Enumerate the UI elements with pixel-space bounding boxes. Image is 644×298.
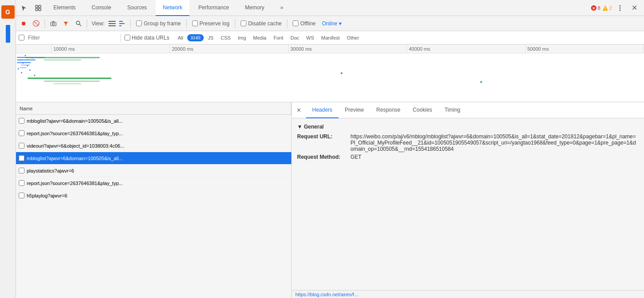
filter-type-all[interactable]: All	[175, 34, 186, 41]
filter-type-font[interactable]: Font	[270, 34, 286, 41]
filter-checkbox-input[interactable]	[19, 35, 24, 40]
tab-memory[interactable]: Memory	[238, 0, 271, 16]
tab-preview[interactable]: Preview	[338, 102, 370, 118]
waterfall-view-icon	[119, 21, 126, 26]
filter-type-xhr[interactable]: XHR	[187, 34, 204, 41]
online-dropdown[interactable]: Online ▾	[319, 20, 344, 27]
more-options-icon-btn[interactable]	[614, 2, 626, 14]
table-row[interactable]: h5playlog?ajwvr=6	[16, 189, 291, 202]
list-view-icon	[109, 21, 116, 26]
filter-type-other[interactable]: Other	[344, 34, 362, 41]
row-check-input-1[interactable]	[19, 130, 24, 136]
tab-bar-right: ✕ 8 ! 2	[591, 2, 644, 14]
filter-type-img[interactable]: Img	[235, 34, 249, 41]
general-section-header: ▼ General	[297, 124, 639, 130]
preserve-log-input[interactable]	[192, 20, 198, 26]
filter-type-media[interactable]: Media	[250, 34, 270, 41]
row-check-input-0[interactable]	[19, 118, 24, 124]
row-checkbox-1[interactable]	[16, 130, 27, 136]
filter-type-doc[interactable]: Doc	[287, 34, 302, 41]
table-row[interactable]: mbloglist?ajwvr=6&domain=100505&is_all..…	[16, 115, 291, 127]
search-btn[interactable]	[72, 18, 84, 29]
filter-btn[interactable]	[60, 18, 72, 29]
divider-3	[130, 19, 131, 28]
table-row[interactable]: mbloglist?ajwvr=6&domain=100505&is_all..…	[16, 152, 291, 165]
group-by-frame-checkbox[interactable]: Group by frame	[133, 20, 183, 27]
status-link[interactable]: https://blog.csdn.net/airen/f...	[295, 292, 358, 297]
tab-sources[interactable]: Sources	[120, 0, 154, 16]
row-checkbox-5[interactable]	[16, 180, 27, 186]
timeline-chart[interactable]	[16, 53, 644, 102]
row-check-input-4[interactable]	[19, 168, 24, 173]
row-check-input-2[interactable]	[19, 143, 24, 149]
row-name-5: report.json?source=2637646381&play_typ..…	[27, 181, 291, 186]
svg-rect-37	[28, 78, 111, 79]
row-checkbox-6[interactable]	[16, 193, 27, 198]
inspector-icon-btn[interactable]	[32, 2, 44, 14]
tab-response[interactable]: Response	[370, 102, 407, 118]
waterfall-view-icon-btn[interactable]	[118, 19, 128, 28]
table-row[interactable]: playstatistics?ajwvr=6	[16, 165, 291, 177]
close-icon: ✕	[632, 4, 637, 12]
tab-console[interactable]: Console	[85, 0, 118, 16]
group-by-frame-input[interactable]	[136, 20, 142, 26]
filter-types: All XHR JS CSS Img Media Font Doc WS Man…	[175, 34, 362, 41]
tab-elements[interactable]: Elements	[46, 0, 83, 16]
row-check-input-3[interactable]	[19, 155, 24, 161]
row-checkbox-2[interactable]	[16, 143, 27, 149]
filter-type-js[interactable]: JS	[205, 34, 217, 41]
detail-close-btn[interactable]: ×	[294, 105, 304, 116]
clear-btn[interactable]: 🚫	[30, 18, 42, 29]
request-method-row: Request Method: GET	[297, 154, 639, 160]
svg-rect-26	[25, 57, 100, 58]
disable-cache-checkbox[interactable]: Disable cache	[238, 20, 284, 27]
svg-point-33	[18, 68, 19, 69]
tab-more[interactable]: »	[273, 0, 290, 16]
svg-point-31	[22, 62, 24, 64]
row-check-input-6[interactable]	[19, 193, 24, 198]
table-row[interactable]: report.json?source=2637646381&play_typ..…	[16, 127, 291, 140]
requests-list[interactable]: mbloglist?ajwvr=6&domain=100505&is_all..…	[16, 115, 291, 298]
svg-rect-19	[119, 23, 125, 24]
filter-checkbox-wrapper[interactable]	[19, 35, 24, 40]
list-view-icon-btn[interactable]	[107, 19, 117, 28]
section-toggle[interactable]: ▼ General	[297, 124, 324, 130]
filter-input[interactable]	[28, 35, 117, 41]
row-checkbox-0[interactable]	[16, 118, 27, 124]
tab-performance[interactable]: Performance	[191, 0, 236, 16]
ruler-4: 40000 ms	[407, 44, 525, 53]
record-btn[interactable]: ⏺	[18, 18, 29, 29]
table-row[interactable]: videouri?ajwvr=6&object_id=1038003:4c06.…	[16, 140, 291, 152]
svg-point-8	[620, 5, 621, 6]
filter-type-manifest[interactable]: Manifest	[318, 34, 343, 41]
filter-type-css[interactable]: CSS	[217, 34, 234, 41]
table-row[interactable]: report.json?source=2637646381&play_typ..…	[16, 177, 291, 189]
svg-line-14	[79, 24, 81, 26]
offline-checkbox[interactable]: Offline	[290, 20, 318, 27]
svg-rect-24	[20, 65, 30, 65]
tab-network[interactable]: Network	[156, 0, 189, 16]
tab-bar-left: Elements Console Sources Network Perform…	[18, 0, 290, 16]
svg-rect-38	[44, 81, 100, 81]
requests-panel: Name mbloglist?ajwvr=6&domain=100505&is_…	[16, 102, 292, 298]
preserve-log-checkbox[interactable]: Preserve log	[189, 20, 232, 27]
view-label: View:	[90, 20, 106, 27]
filter-type-ws[interactable]: WS	[303, 34, 318, 41]
svg-rect-39	[53, 83, 81, 84]
disable-cache-input[interactable]	[241, 20, 246, 26]
tab-timing[interactable]: Timing	[438, 102, 467, 118]
row-checkbox-3[interactable]	[16, 155, 27, 161]
offline-input[interactable]	[293, 20, 298, 26]
row-check-input-5[interactable]	[19, 180, 24, 186]
divider-1	[44, 19, 45, 28]
row-name-3: mbloglist?ajwvr=6&domain=100505&is_all..…	[27, 156, 291, 161]
cursor-icon-btn[interactable]	[18, 2, 30, 14]
screenshot-btn[interactable]	[48, 18, 59, 29]
hide-data-urls-input[interactable]	[125, 35, 130, 40]
close-devtools-btn[interactable]: ✕	[628, 2, 640, 14]
hide-data-urls-checkbox[interactable]: Hide data URLs	[125, 35, 169, 41]
row-checkbox-4[interactable]	[16, 168, 27, 173]
browser-logo[interactable]: G	[1, 5, 15, 19]
tab-cookies[interactable]: Cookies	[407, 102, 438, 118]
tab-headers[interactable]: Headers	[306, 102, 338, 118]
